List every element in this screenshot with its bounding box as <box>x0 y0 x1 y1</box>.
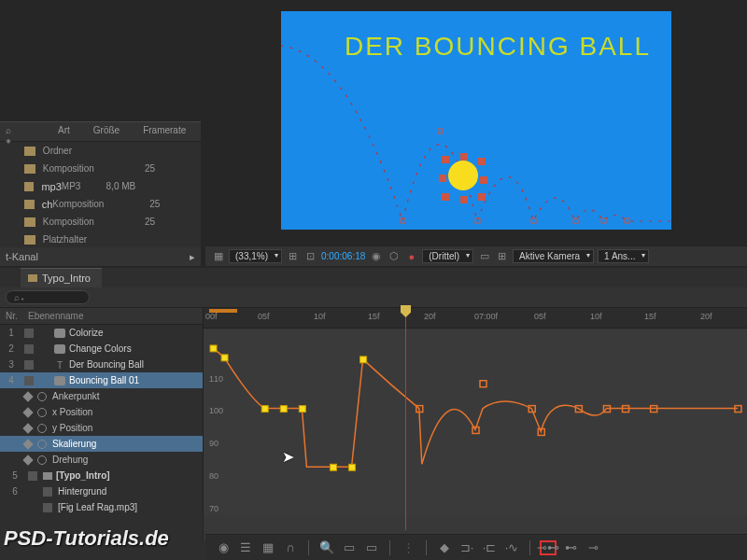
stopwatch-icon[interactable] <box>37 408 47 417</box>
ruler-tick: 20f <box>700 312 712 321</box>
keyframe-nav-icon[interactable] <box>22 407 33 417</box>
ease-out-icon[interactable]: ⊸ <box>585 540 601 555</box>
col-nr[interactable]: Nr. <box>6 311 28 321</box>
ease-in-icon[interactable]: ⊷ <box>562 540 579 555</box>
prop-row[interactable]: x Position <box>0 404 203 420</box>
quality-dropdown[interactable]: (Drittel) <box>422 249 473 263</box>
transform-handle[interactable] <box>478 158 486 165</box>
views-dropdown[interactable]: 1 Ans... <box>598 249 649 263</box>
label-color[interactable] <box>24 344 34 354</box>
project-row[interactable]: Platzhalter <box>0 231 201 248</box>
keyframe-nav-icon[interactable] <box>22 439 33 449</box>
transform-handle[interactable] <box>460 196 468 203</box>
transform-handle[interactable] <box>442 156 449 163</box>
keyframe-nav-icon[interactable] <box>22 423 33 433</box>
prop-row[interactable]: Skalierung <box>0 436 203 452</box>
res-icon[interactable]: ⊞ <box>286 249 300 263</box>
label-color[interactable] <box>28 471 37 481</box>
ruler-tick: 05f <box>258 312 270 321</box>
label-color[interactable] <box>24 360 34 370</box>
label-color[interactable] <box>43 503 52 512</box>
bouncing-ball[interactable] <box>448 161 478 190</box>
layer-row[interactable]: 1Colorize <box>0 325 203 341</box>
channel-icon[interactable]: ⬡ <box>387 249 401 263</box>
label-color[interactable] <box>24 376 34 385</box>
project-items: Ordner Komposition25 mp3MP38,0 MB chKomp… <box>0 142 201 248</box>
stopwatch-icon[interactable] <box>37 455 47 465</box>
zoom-dropdown[interactable]: (33,1%) <box>229 249 282 263</box>
fit-all-icon[interactable]: ▭ <box>341 540 358 555</box>
comp-canvas[interactable]: DER BOUNCING BALL <box>281 11 671 230</box>
snapshot-icon[interactable]: ◉ <box>369 249 383 263</box>
project-row[interactable]: chKomposition25 <box>0 195 201 213</box>
layer-row[interactable]: 5[Typo_Intro] <box>0 468 203 483</box>
prop-row[interactable]: Ankerpunkt <box>0 388 203 404</box>
label-color[interactable] <box>24 329 34 338</box>
project-row[interactable]: Ordner <box>0 142 201 160</box>
eye-icon[interactable]: ◉ <box>215 540 232 555</box>
label-icon[interactable]: ⌕ ◈ <box>6 125 11 138</box>
transform-handle[interactable] <box>439 175 446 182</box>
auto-bezier-icon[interactable]: ·∿ <box>503 540 520 555</box>
fit-icon[interactable]: 🔍 <box>318 540 335 555</box>
transform-handle[interactable] <box>442 193 449 201</box>
layer-row[interactable]: [Fig Leaf Rag.mp3] <box>0 499 203 515</box>
time-ruler[interactable]: 00f 05f 10f 15f 20f 07:00f 05f 10f 15f 2… <box>204 308 747 329</box>
keyframe-nav-icon[interactable] <box>22 391 33 401</box>
timecode[interactable]: 0:00:06:18 <box>321 251 365 261</box>
bpc-button[interactable]: t-Kanal <box>6 251 38 262</box>
graph-editor[interactable]: 00f 05f 10f 15f 20f 07:00f 05f 10f 15f 2… <box>204 308 747 541</box>
snap-icon[interactable]: ∩ <box>282 540 299 555</box>
keyframe-nav-icon[interactable] <box>22 455 33 465</box>
project-row[interactable]: mp3MP38,0 MB <box>0 177 201 195</box>
svg-rect-11 <box>280 406 287 413</box>
transform-handle[interactable] <box>460 153 468 161</box>
timeline-tab[interactable]: Typo_Intro <box>21 268 102 287</box>
project-header: ⌕ ◈ Art Größe Framerate <box>0 122 201 142</box>
fx-icon <box>54 344 65 354</box>
layer-row[interactable]: 6Hintergrund <box>0 483 203 499</box>
res-icon[interactable]: ⊡ <box>303 249 317 263</box>
comp-title-text[interactable]: DER BOUNCING BALL <box>345 32 651 62</box>
keyframe-icon[interactable]: ◆ <box>436 540 453 555</box>
col-layername[interactable]: Ebenenname <box>28 311 84 321</box>
guides-icon[interactable]: ⊞ <box>495 249 509 263</box>
placeholder-icon <box>24 235 35 245</box>
project-row[interactable]: Komposition25 <box>0 213 201 231</box>
layer-row[interactable]: 3TDer Bouncing Ball <box>0 357 203 372</box>
col-size[interactable]: Größe <box>93 125 120 138</box>
timeline-search[interactable]: ⌕▾ <box>6 290 90 304</box>
col-fps[interactable]: Framerate <box>143 125 186 138</box>
transform-handle[interactable] <box>480 176 487 184</box>
graph-type-icon[interactable]: ☰ <box>237 540 254 555</box>
layer-row[interactable]: 4Bouncing Ball 01 <box>0 372 203 388</box>
prop-row[interactable]: y Position <box>0 420 203 436</box>
graph-options-icon[interactable]: ▦ <box>260 540 276 555</box>
svg-rect-15 <box>360 357 367 363</box>
label-color[interactable] <box>43 487 52 497</box>
comp-icon <box>24 164 35 174</box>
layer-row[interactable]: 2Change Colors <box>0 341 203 357</box>
easy-ease-icon[interactable]: ⊸⊷ <box>540 540 557 555</box>
svg-rect-14 <box>349 464 356 470</box>
linear-icon[interactable]: ·⊏ <box>481 540 498 555</box>
prop-row[interactable]: Drehung <box>0 452 203 468</box>
playhead[interactable] <box>405 308 406 530</box>
hold-icon[interactable]: ⊐· <box>458 540 475 555</box>
graph-area[interactable]: 110 100 90 80 70 <box>204 329 747 515</box>
fit-sel-icon[interactable]: ▭ <box>363 540 380 555</box>
camera-dropdown[interactable]: Aktive Kamera <box>513 249 594 263</box>
stopwatch-icon[interactable] <box>37 392 47 401</box>
col-art[interactable]: Art <box>58 125 70 138</box>
grid-icon[interactable]: ▦ <box>211 249 225 263</box>
comp-icon <box>43 472 52 480</box>
stopwatch-icon[interactable] <box>37 424 47 433</box>
color-icon[interactable]: ● <box>404 249 418 263</box>
layer-list: Nr. Ebenenname 1Colorize 2Change Colors … <box>0 308 204 541</box>
project-row[interactable]: Komposition25 <box>0 160 201 177</box>
stopwatch-icon[interactable] <box>37 440 47 449</box>
transform-handle[interactable] <box>478 193 486 201</box>
region-icon[interactable]: ▭ <box>477 249 491 263</box>
separate-icon[interactable]: ⋮ <box>400 540 416 555</box>
play-icon[interactable]: ▸ <box>190 251 195 263</box>
